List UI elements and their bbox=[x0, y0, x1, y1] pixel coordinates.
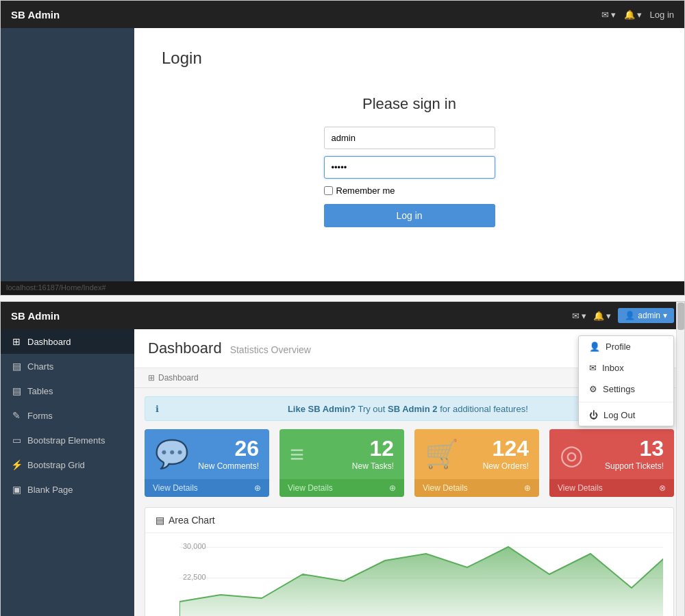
login-page-title: Login bbox=[162, 49, 657, 68]
arrow-icon-comments: ⊕ bbox=[254, 483, 261, 493]
inbox-item[interactable]: ✉ Inbox bbox=[579, 357, 673, 378]
tasks-icon: ≡ bbox=[290, 440, 304, 469]
arrow-icon-orders: ⊕ bbox=[524, 483, 531, 493]
breadcrumb-icon: ⊞ bbox=[148, 373, 155, 383]
sidebar-login bbox=[1, 28, 134, 281]
settings-item[interactable]: ⚙ Settings bbox=[579, 378, 673, 400]
sidebar-item-blank-page[interactable]: ▣ Blank Page bbox=[1, 477, 134, 502]
sidebar-label-tables: Tables bbox=[27, 386, 53, 396]
stat-footer-orders[interactable]: View Details ⊕ bbox=[414, 479, 539, 497]
brand-top: SB Admin bbox=[11, 9, 60, 21]
login-body: Login Please sign in Remember me Log in bbox=[1, 28, 684, 281]
logout-item[interactable]: ⏻ Log Out bbox=[579, 405, 673, 426]
brand-bottom: SB Admin bbox=[11, 310, 60, 322]
sidebar-item-charts[interactable]: ▤ Charts bbox=[1, 354, 134, 378]
sidebar-dashboard: ⊞ Dashboard ▤ Charts ▤ Tables ✎ Forms ▭ bbox=[1, 329, 134, 616]
bell-chevron-bottom: ▾ bbox=[606, 311, 611, 321]
view-details-orders: View Details bbox=[423, 483, 468, 493]
navbar-right-bottom: ✉ ▾ 🔔 ▾ 👤 admin ▾ 👤 bbox=[572, 308, 674, 323]
view-details-tasks: View Details bbox=[288, 483, 333, 493]
admin-dropdown-btn[interactable]: 👤 admin ▾ bbox=[618, 308, 674, 323]
admin-label: admin bbox=[638, 311, 660, 320]
mail-icon-btn-bottom[interactable]: ✉ ▾ bbox=[572, 311, 586, 321]
profile-icon: 👤 bbox=[589, 342, 600, 352]
bell-icon-btn[interactable]: 🔔 ▾ bbox=[624, 10, 642, 20]
blank-page-icon: ▣ bbox=[11, 484, 22, 495]
sidebar-item-tables[interactable]: ▤ Tables bbox=[1, 378, 134, 403]
sidebar-label-charts: Charts bbox=[27, 361, 53, 372]
mail-chevron: ▾ bbox=[611, 10, 616, 20]
remember-checkbox[interactable] bbox=[324, 186, 333, 195]
sidebar-item-forms[interactable]: ✎ Forms bbox=[1, 403, 134, 428]
stat-info-tasks: 12 New Tasks! bbox=[352, 437, 394, 471]
admin-dropdown-wrapper: 👤 admin ▾ 👤 Profile ✉ Inbox bbox=[618, 308, 674, 323]
sidebar-item-dashboard[interactable]: ⊞ Dashboard bbox=[1, 329, 134, 354]
bell-icon-bottom: 🔔 bbox=[593, 311, 604, 321]
login-link[interactable]: Log in bbox=[650, 10, 674, 20]
bootstrap-elements-icon: ▭ bbox=[11, 435, 22, 446]
bell-icon: 🔔 bbox=[624, 10, 635, 20]
login-heading: Please sign in bbox=[324, 95, 495, 113]
stat-number-orders: 124 bbox=[483, 437, 529, 459]
chart-panel: ▤ Area Chart 30,000 22,500 bbox=[145, 507, 674, 616]
bootstrap-grid-icon: ⚡ bbox=[11, 459, 22, 470]
stat-footer-comments[interactable]: View Details ⊕ bbox=[145, 479, 269, 497]
username-input[interactable] bbox=[324, 127, 495, 149]
login-screen: SB Admin ✉ ▾ 🔔 ▾ Log in Login Please sig… bbox=[0, 0, 685, 296]
stat-card-body-tasks: ≡ 12 New Tasks! bbox=[279, 429, 404, 479]
user-icon: 👤 bbox=[625, 311, 635, 320]
login-button[interactable]: Log in bbox=[324, 204, 495, 227]
admin-dropdown-menu: 👤 Profile ✉ Inbox ⚙ Settings bbox=[578, 335, 674, 426]
page-subtitle: Statistics Overview bbox=[230, 344, 311, 355]
profile-item[interactable]: 👤 Profile bbox=[579, 336, 673, 357]
stat-number-tickets: 13 bbox=[605, 437, 664, 459]
stat-number-comments: 26 bbox=[198, 437, 259, 459]
page-title: Dashboard bbox=[148, 339, 222, 357]
stat-label-tickets: Support Tickets! bbox=[605, 461, 664, 471]
sidebar-item-bootstrap-elements[interactable]: ▭ Bootstrap Elements bbox=[1, 428, 134, 452]
stat-number-tasks: 12 bbox=[352, 437, 394, 459]
scroll-indicator[interactable] bbox=[676, 329, 684, 616]
sidebar-label-dashboard: Dashboard bbox=[27, 337, 71, 347]
stat-card-tasks: ≡ 12 New Tasks! View Details ⊕ bbox=[279, 429, 404, 497]
orders-icon: 🛒 bbox=[425, 438, 459, 470]
sidebar-label-blank-page: Blank Page bbox=[27, 485, 73, 495]
svg-marker-0 bbox=[179, 547, 663, 616]
stat-card-comments: 💬 26 New Comments! View Details ⊕ bbox=[145, 429, 269, 497]
stat-label-comments: New Comments! bbox=[198, 461, 259, 471]
stats-row: 💬 26 New Comments! View Details ⊕ bbox=[134, 429, 684, 497]
bell-icon-btn-bottom[interactable]: 🔔 ▾ bbox=[593, 311, 611, 321]
stat-info-tickets: 13 Support Tickets! bbox=[605, 437, 664, 471]
remember-me-row: Remember me bbox=[324, 185, 495, 196]
view-details-tickets: View Details bbox=[558, 483, 603, 493]
arrow-icon-tickets: ⊗ bbox=[659, 483, 666, 493]
dropdown-divider bbox=[579, 402, 673, 402]
stat-footer-tickets[interactable]: View Details ⊗ bbox=[549, 479, 674, 497]
mail-icon-bottom: ✉ bbox=[572, 311, 580, 321]
mail-chevron-bottom: ▾ bbox=[582, 311, 586, 321]
logout-icon: ⏻ bbox=[589, 410, 598, 420]
stat-label-tasks: New Tasks! bbox=[352, 461, 394, 471]
mail-icon-btn[interactable]: ✉ ▾ bbox=[601, 10, 616, 20]
dashboard-screen: SB Admin ✉ ▾ 🔔 ▾ 👤 admin ▾ bbox=[0, 301, 685, 616]
navbar-right-top: ✉ ▾ 🔔 ▾ Log in bbox=[601, 10, 674, 20]
password-input[interactable] bbox=[324, 156, 495, 179]
admin-chevron: ▾ bbox=[663, 311, 667, 320]
mail-icon: ✉ bbox=[601, 10, 609, 20]
stat-card-body-tickets: ◎ 13 Support Tickets! bbox=[549, 429, 674, 479]
view-details-comments: View Details bbox=[153, 483, 198, 493]
login-form: Please sign in Remember me Log in bbox=[324, 95, 495, 227]
logout-label: Log Out bbox=[603, 410, 635, 420]
chart-heading: ▤ Area Chart bbox=[145, 508, 673, 533]
sidebar-item-bootstrap-grid[interactable]: ⚡ Bootstrap Grid bbox=[1, 452, 134, 477]
stat-card-orders: 🛒 124 New Orders! View Details ⊕ bbox=[414, 429, 539, 497]
chart-heading-title: Area Chart bbox=[169, 515, 215, 526]
stat-card-tickets: ◎ 13 Support Tickets! View Details ⊗ bbox=[549, 429, 674, 497]
alert-text: Like SB Admin? Try out SB Admin 2 for ad… bbox=[288, 404, 528, 414]
stat-footer-tasks[interactable]: View Details ⊕ bbox=[279, 479, 404, 497]
scroll-thumb bbox=[677, 329, 684, 330]
comments-icon: 💬 bbox=[155, 438, 189, 470]
profile-label: Profile bbox=[606, 342, 631, 352]
top-navbar: SB Admin ✉ ▾ 🔔 ▾ Log in bbox=[1, 1, 684, 28]
bell-chevron: ▾ bbox=[637, 10, 642, 20]
